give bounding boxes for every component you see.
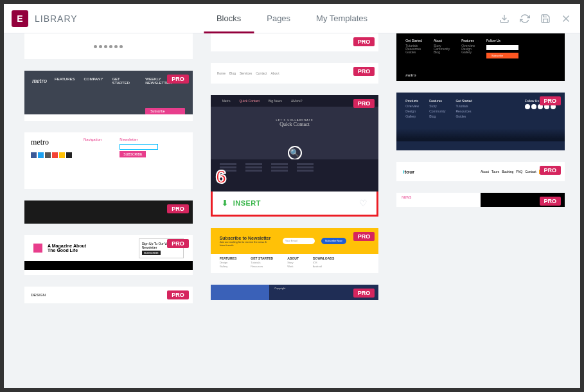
pro-badge: PRO: [540, 197, 562, 206]
card-actions-highlight: ⬇ INSERT ♡: [211, 190, 379, 217]
thumb-col-head: GET STARTED: [251, 256, 273, 260]
template-card[interactable]: PRO metro FEATURES COMPANY GET STARTED W…: [24, 71, 193, 121]
thumb-brand: metro: [32, 77, 47, 114]
thumb-col-head: Features: [461, 39, 475, 42]
template-card[interactable]: PRO ProductsOverviewDesignGallery Featur…: [396, 93, 565, 150]
thumb-text: A Magazine About: [48, 244, 86, 248]
pro-badge: PRO: [540, 166, 562, 175]
favorite-icon[interactable]: ♡: [359, 198, 367, 208]
templates-grid: PRO metro FEATURES COMPANY GET STARTED W…: [4, 33, 580, 388]
close-icon[interactable]: [560, 12, 572, 25]
thumb-col-head: Newsletter: [119, 138, 158, 141]
thumb-col-head: About: [434, 39, 450, 42]
thumb-col-head: DOWNLOADS: [313, 256, 334, 260]
modal-header: E LIBRARY Blocks Pages My Templates: [4, 4, 580, 33]
template-card[interactable]: PRO A Magazine AboutThe Good Life Sign U…: [24, 235, 193, 275]
thumb-col-head: ABOUT: [287, 256, 299, 260]
template-card[interactable]: PRO Copyright: [211, 285, 379, 300]
thumb-input: Your Email: [283, 238, 315, 244]
thumb-nav-item: Home: [217, 71, 226, 75]
tab-pages[interactable]: Pages: [254, 4, 303, 33]
thumb-col-head: Follow Us: [486, 39, 518, 42]
thumb-nav-item: Contact: [256, 71, 267, 75]
tab-my-templates[interactable]: My Templates: [303, 4, 380, 33]
thumb-button: Subscribe: [486, 53, 518, 58]
thumb-nav-item: Services: [240, 71, 252, 75]
thumb-brand: tour: [405, 169, 415, 175]
template-card[interactable]: PRO: [24, 200, 193, 224]
elementor-logo-icon: E: [12, 10, 28, 27]
thumb-col-head: FEATURES: [55, 77, 75, 81]
save-icon[interactable]: [539, 12, 552, 25]
pro-badge: PRO: [167, 75, 189, 84]
pro-badge: PRO: [167, 204, 189, 213]
thumb-col-head: Products: [405, 99, 419, 103]
thumb-brand: metro: [31, 138, 72, 147]
pro-badge: PRO: [353, 232, 375, 241]
thumb-brand: metro: [405, 73, 416, 78]
thumb-col-head: Get Started: [405, 39, 422, 42]
insert-button[interactable]: ⬇ INSERT: [222, 199, 261, 208]
header-tabs: Blocks Pages My Templates: [204, 4, 380, 33]
template-card[interactable]: Get StartedTutorialsResourcesGuides Abou…: [396, 33, 565, 81]
pro-badge: PRO: [353, 289, 375, 298]
thumb-col-head: Features: [429, 99, 445, 103]
template-card[interactable]: PRO Home Blog Services Contact About DES…: [211, 63, 379, 84]
pro-badge: PRO: [353, 99, 375, 108]
pro-badge: PRO: [353, 37, 375, 46]
magnify-icon: 🔍: [288, 146, 302, 160]
template-card[interactable]: PRO NEWS: [396, 193, 565, 207]
thumb-col-head: COMPANY: [84, 77, 103, 81]
template-card[interactable]: PRO DESIGN: [24, 287, 193, 303]
template-card[interactable]: PRO itour AboutToursBookingFAQContactBOO…: [396, 162, 565, 181]
thumb-title: Subscribe to Newsletter: [220, 236, 271, 240]
template-card-featured[interactable]: PRO MetroQuick ContactBig News&More? LET…: [211, 95, 379, 217]
pro-badge: PRO: [167, 290, 189, 299]
thumb-col-head: GET STARTED: [112, 77, 136, 85]
import-icon[interactable]: [498, 12, 511, 25]
thumb-col-head: Get Started: [456, 99, 472, 103]
insert-label: INSERT: [233, 199, 261, 207]
annotation-step-number: 6: [216, 166, 227, 188]
pro-badge: PRO: [167, 239, 189, 248]
thumb-col-head: Navigation: [84, 138, 102, 141]
thumb-button: Subscribe Now: [321, 238, 346, 244]
pro-badge: PRO: [540, 96, 562, 105]
thumb-title: Quick Contact: [279, 121, 309, 127]
template-card[interactable]: [24, 33, 193, 59]
template-card[interactable]: PRO: [211, 33, 379, 51]
modal-title: LIBRARY: [35, 13, 78, 24]
thumb-nav-item: About: [270, 71, 279, 75]
thumb-col-head: FEATURES: [220, 256, 237, 260]
sync-icon[interactable]: [518, 12, 531, 25]
tab-blocks[interactable]: Blocks: [204, 4, 254, 33]
download-icon: ⬇: [222, 199, 228, 208]
pro-badge: PRO: [353, 67, 375, 76]
template-card[interactable]: metro Navigation NewsletterSUBSCRIBE: [24, 132, 193, 189]
thumb-text: DESIGN: [31, 293, 46, 297]
thumb-text: The Good Life: [48, 248, 86, 253]
template-card[interactable]: PRO Subscribe to NewsletterJoin our mail…: [211, 228, 379, 273]
thumb-nav-item: Blog: [229, 71, 236, 75]
